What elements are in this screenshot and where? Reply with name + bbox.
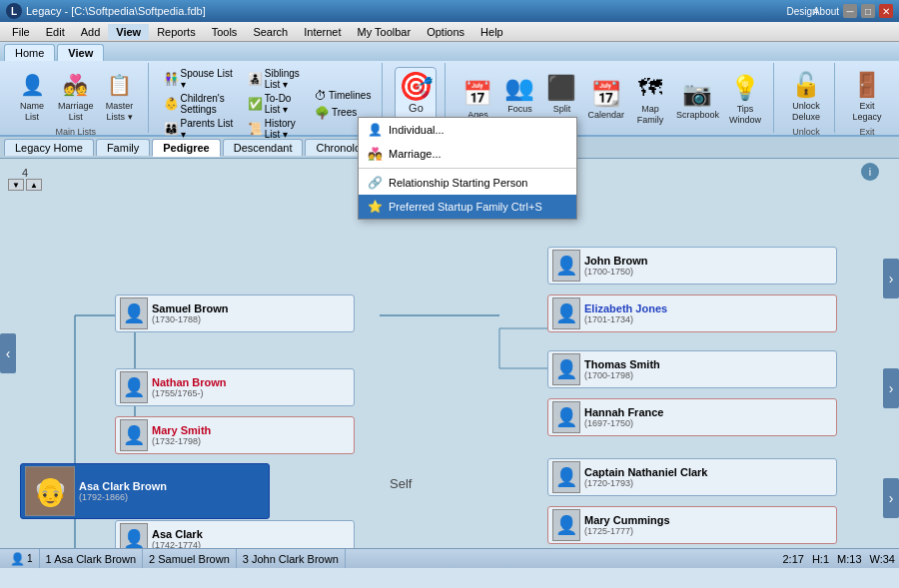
childrens-settings-button[interactable]: 👶 Children's Settings (161, 92, 243, 116)
menu-search[interactable]: Search (245, 24, 296, 40)
focus-group-icon: 👥 (503, 72, 535, 104)
nathan-avatar: 👤 (120, 371, 148, 403)
hannahfrance-avatar: 👤 (552, 401, 580, 433)
tree-node-asaclark[interactable]: 👤 Asa Clark (1742-1774) (115, 520, 355, 548)
ribbon-tab-home[interactable]: Home (4, 44, 55, 61)
status-person-number: 1 (27, 553, 33, 564)
startup-family-dropdown-icon: ⭐ (367, 199, 383, 215)
gen-increment-button[interactable]: ▲ (26, 179, 42, 191)
nav-arrow-left[interactable]: ‹ (0, 333, 16, 373)
name-list-button[interactable]: 👤 NameList (12, 67, 52, 125)
info-button[interactable]: i (861, 163, 879, 181)
map-family-button[interactable]: 🗺 MapFamily (630, 70, 670, 128)
tree-node-nathan[interactable]: 👤 Nathan Brown (1755/1765-) (115, 368, 355, 406)
gen-decrement-button[interactable]: ▼ (8, 179, 24, 191)
parents-list-button[interactable]: 👨‍👩‍👦 Parents List ▾ (161, 117, 243, 141)
minimize-button[interactable]: ─ (843, 4, 857, 18)
samuel-avatar: 👤 (120, 297, 148, 329)
ages-button[interactable]: 📅 Ages (457, 76, 497, 123)
menu-tools[interactable]: Tools (204, 24, 246, 40)
menu-reports[interactable]: Reports (149, 24, 204, 40)
johnbrown-name: John Brown (584, 255, 648, 267)
dropdown-item-relationship[interactable]: 🔗 Relationship Starting Person (359, 171, 576, 195)
dropdown-item-individual[interactable]: 👤 Individual... (359, 118, 576, 142)
spouse-list-icon: 👫 (164, 72, 179, 86)
nav-arrow-right-top[interactable]: › (883, 259, 899, 298)
nav-arrow-right-mid[interactable]: › (883, 368, 899, 408)
tree-node-nathanielclark[interactable]: 👤 Captain Nathaniel Clark (1720-1793) (547, 458, 837, 496)
marriage-list-button[interactable]: 💑 MarriageList (54, 67, 98, 125)
spouse-list-button[interactable]: 👫 Spouse List ▾ (161, 67, 243, 91)
main-lists-group-label: Main Lists (56, 127, 97, 137)
elizabethjones-dates: (1701-1734) (584, 314, 667, 324)
status-m-value: M:13 (837, 553, 861, 565)
marycummings-avatar: 👤 (552, 509, 580, 541)
maximize-button[interactable]: □ (861, 4, 875, 18)
timelines-button[interactable]: ⏱ Timelines (312, 88, 374, 104)
scrapbook-button[interactable]: 📷 Scrapbook (672, 76, 723, 123)
scrapbook-label: Scrapbook (676, 110, 719, 121)
map-family-label: MapFamily (637, 104, 664, 126)
menu-view[interactable]: View (108, 24, 149, 40)
generation-selector: 4 ▼ ▲ (8, 167, 42, 191)
nav-tab-pedigree[interactable]: Pedigree (152, 139, 220, 157)
dropdown-item-startup-family[interactable]: ⭐ Preferred Startup Family Ctrl+S (359, 195, 576, 219)
status-coords-value: 2:17 (783, 553, 804, 565)
status-section-person1[interactable]: 1 Asa Clark Brown (40, 549, 143, 568)
tree-node-elizabethjones[interactable]: 👤 Elizabeth Jones (1701-1734) (547, 294, 837, 332)
dropdown-marriage-label: Marriage... (389, 148, 442, 160)
todo-list-button[interactable]: ✅ To-Do List ▾ (245, 92, 310, 116)
menu-file[interactable]: File (4, 24, 38, 40)
tree-node-hannahfrance[interactable]: 👤 Hannah France (1697-1750) (547, 398, 837, 436)
menu-options[interactable]: Options (419, 24, 472, 40)
menu-mytoolbar[interactable]: My Toolbar (350, 24, 420, 40)
nav-arrow-right-bot[interactable]: › (883, 478, 899, 518)
design-label: Design (795, 4, 809, 18)
tree-node-asa[interactable]: 👴 Asa Clark Brown (1792-1866) (20, 463, 270, 519)
status-section-person3[interactable]: 3 John Clark Brown (237, 549, 346, 568)
history-list-button[interactable]: 📜 History List ▾ (245, 117, 310, 141)
gen-controls: ▼ ▲ (8, 179, 42, 191)
goto-icon: 🎯 (400, 70, 432, 102)
parents-list-icon: 👨‍👩‍👦 (164, 122, 179, 136)
history-list-icon: 📜 (248, 122, 263, 136)
marycummings-text: Mary Cummings (1725-1777) (584, 514, 670, 536)
marycummings-name: Mary Cummings (584, 514, 670, 526)
master-lists-icon: 📋 (104, 69, 136, 101)
master-lists-button[interactable]: 📋 MasterLists ▾ (100, 67, 140, 125)
nav-tab-family[interactable]: Family (96, 139, 150, 156)
trees-icon: 🌳 (315, 106, 330, 120)
asaclark-dates: (1742-1774) (152, 540, 203, 548)
dropdown-item-marriage[interactable]: 💑 Marriage... (359, 142, 576, 166)
about-label: About (819, 4, 833, 18)
tree-node-marycummings[interactable]: 👤 Mary Cummings (1725-1777) (547, 506, 837, 544)
tree-node-johnbrown[interactable]: 👤 John Brown (1700-1750) (547, 247, 837, 285)
self-label: Self (390, 476, 412, 491)
elizabethjones-name: Elizabeth Jones (584, 302, 667, 314)
nav-tab-descendant[interactable]: Descendant (223, 139, 304, 156)
tips-window-button[interactable]: 💡 TipsWindow (725, 70, 765, 128)
menu-edit[interactable]: Edit (38, 24, 73, 40)
nav-tab-legacy-home[interactable]: Legacy Home (4, 139, 94, 156)
menu-help[interactable]: Help (472, 24, 511, 40)
nathanielclark-dates: (1720-1793) (584, 478, 707, 488)
tree-node-thomassmith[interactable]: 👤 Thomas Smith (1700-1798) (547, 350, 837, 388)
menu-internet[interactable]: Internet (296, 24, 349, 40)
status-person3-label: 3 John Clark Brown (243, 553, 339, 565)
close-button[interactable]: ✕ (879, 4, 893, 18)
timelines-icon: ⏱ (315, 89, 327, 103)
unlock-deluxe-button[interactable]: 🔓 UnlockDeluxe (786, 67, 826, 125)
status-w-value: W:34 (870, 553, 895, 565)
status-section-person2[interactable]: 2 Samuel Brown (143, 549, 237, 568)
tree-node-samuel[interactable]: 👤 Samuel Brown (1730-1788) (115, 294, 355, 332)
exit-items: 🚪 ExitLegacy (847, 63, 887, 125)
asaclark-avatar: 👤 (120, 523, 148, 548)
scrapbook-icon: 📷 (681, 78, 713, 110)
menu-add[interactable]: Add (73, 24, 109, 40)
tree-node-marysmith[interactable]: 👤 Mary Smith (1732-1798) (115, 416, 355, 454)
siblings-list-button[interactable]: 👨‍👧‍👦 Siblings List ▾ (245, 67, 310, 91)
thomassmith-name: Thomas Smith (584, 358, 660, 370)
ribbon-tab-view[interactable]: View (57, 44, 104, 61)
exit-legacy-button[interactable]: 🚪 ExitLegacy (847, 67, 887, 125)
calendar-button[interactable]: 📆 Calendar (583, 76, 628, 123)
